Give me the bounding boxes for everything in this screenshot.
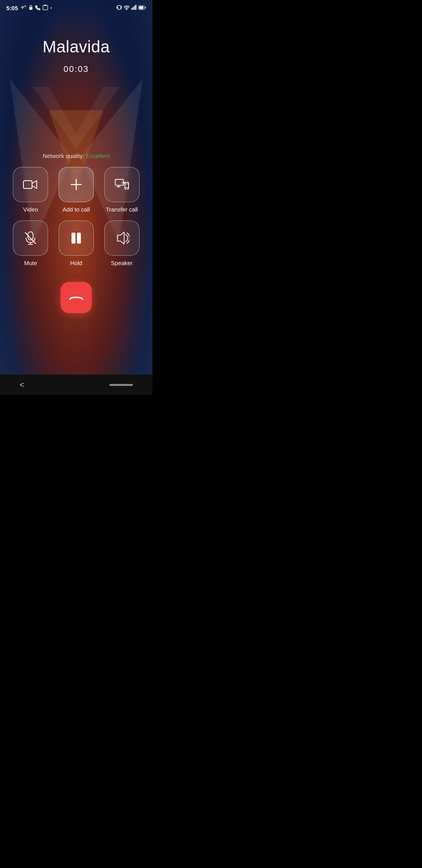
lock-icon [29,5,33,11]
missed-call-icon [20,5,27,11]
mute-button[interactable] [13,221,48,256]
network-quality: Network quality: Excellent [0,152,152,159]
home-indicator[interactable] [109,384,133,386]
video-label: Video [23,206,38,213]
end-call-button[interactable] [61,282,92,313]
vibrate-icon [116,5,122,11]
back-button[interactable]: < [20,380,24,389]
video-button[interactable] [13,167,48,202]
status-bar: 5:05 • [0,0,152,14]
svg-rect-10 [118,5,121,9]
add-to-call-control[interactable]: Add to call [57,167,96,213]
caller-name: Malavida [0,38,152,56]
svg-rect-19 [139,6,143,9]
svg-marker-36 [117,232,124,244]
transfer-call-button[interactable] [104,167,139,202]
svg-rect-15 [133,7,134,10]
speaker-button[interactable] [104,221,139,256]
hold-control[interactable]: Hold [57,221,96,266]
video-control[interactable]: Video [11,167,50,213]
mute-control[interactable]: Mute [11,221,50,266]
svg-rect-7 [29,7,32,10]
wifi-icon [123,5,130,11]
svg-rect-35 [77,233,80,243]
transfer-call-label: Transfer call [106,206,138,213]
mute-label: Mute [24,260,37,266]
svg-rect-16 [134,6,135,10]
end-call-container [0,282,152,313]
speaker-control[interactable]: Speaker [102,221,141,266]
phone-icon [35,5,40,11]
svg-rect-8 [43,5,48,10]
signal-icon [131,5,137,11]
speaker-label: Speaker [111,260,133,266]
transfer-icon [114,177,129,192]
battery-icon [138,5,146,11]
network-quality-value: Excellent [86,152,110,159]
add-to-call-button[interactable] [59,167,94,202]
svg-rect-20 [23,181,32,188]
status-time: 5:05 [6,5,18,11]
controls-grid: Video Add to call [0,167,152,266]
svg-rect-14 [131,8,132,10]
plus-icon [69,177,84,192]
speaker-icon [114,231,129,246]
svg-rect-26 [125,182,129,189]
pause-icon [69,231,84,246]
dot-indicator: • [50,5,52,10]
call-timer: 00:03 [0,64,152,74]
end-call-icon [69,291,83,305]
svg-rect-9 [44,5,46,6]
svg-rect-23 [115,179,123,185]
svg-line-33 [25,233,36,244]
nav-bar: < [0,375,152,395]
svg-rect-17 [136,5,137,10]
svg-rect-34 [72,233,75,243]
add-to-call-label: Add to call [63,206,90,213]
svg-point-13 [126,9,127,10]
mic-off-icon [23,231,38,246]
video-icon [23,177,38,192]
call-info: Malavida 00:03 [0,14,152,74]
network-quality-label: Network quality: [43,152,86,159]
hold-button[interactable] [59,221,94,256]
clipboard-icon [43,5,48,11]
status-left: 5:05 • [6,5,52,11]
transfer-call-control[interactable]: Transfer call [102,167,141,213]
hold-label: Hold [70,260,82,266]
status-right [116,5,146,11]
